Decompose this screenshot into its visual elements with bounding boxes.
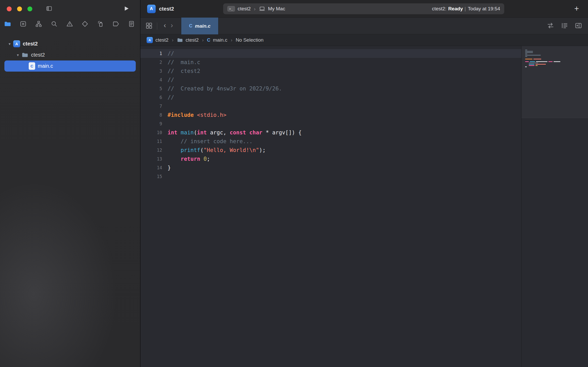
code-line[interactable]: 14} (140, 163, 521, 172)
code-line[interactable]: 8#include <stdio.h> (140, 111, 521, 119)
xcode-window: ▾ A ctest2 ▾ ctest2 C main.c A ctest2 (0, 0, 588, 367)
project-file-tree: ▾ A ctest2 ▾ ctest2 C main.c (0, 31, 140, 72)
code-text: // (168, 50, 174, 57)
tab-label: main.c (195, 23, 210, 29)
add-editor-button[interactable] (575, 22, 582, 30)
line-number: 2 (140, 60, 162, 65)
code-review-icon (547, 22, 554, 30)
folder-icon (4, 20, 11, 28)
tree-row-file-selected[interactable]: C main.c (4, 60, 136, 72)
editor-options-button[interactable] (561, 22, 568, 30)
status-time: Today at 19:54 (468, 6, 500, 12)
x-square-icon (19, 20, 27, 28)
debug-navigator-tab[interactable] (97, 20, 104, 28)
code-line[interactable]: 7 (140, 102, 521, 111)
disclosure-chevron-icon[interactable]: ▾ (6, 42, 13, 46)
code-line[interactable]: 9 (140, 119, 521, 128)
code-line[interactable]: 5// Created by 4nsw3r on 2022/9/26. (140, 84, 521, 93)
jumpbar-file-label: main.c (213, 37, 227, 43)
status-state: Ready (448, 6, 463, 12)
scheme-selector[interactable]: >_ ctest2 (227, 6, 251, 12)
run-button[interactable] (123, 5, 130, 13)
tree-item-label: ctest2 (23, 41, 38, 47)
status-project: ctest2: (432, 6, 446, 12)
sidebar-toggle-icon (45, 5, 53, 13)
find-navigator-tab[interactable] (50, 20, 58, 28)
scheme-name: ctest2 (238, 6, 251, 12)
activity-view[interactable]: ctest2: Ready | Today at 19:54 (432, 6, 500, 12)
symbol-navigator-tab[interactable] (35, 20, 42, 28)
code-line[interactable]: 2// main.c (140, 58, 521, 67)
hierarchy-icon (35, 20, 42, 28)
code-line[interactable]: 6// (140, 93, 521, 102)
report-document-icon (128, 20, 135, 28)
warning-triangle-icon (66, 20, 73, 28)
jumpbar-file[interactable]: C main.c (207, 37, 227, 43)
issue-navigator-tab[interactable] (66, 20, 73, 28)
line-number: 6 (140, 95, 162, 100)
minimize-button[interactable] (17, 6, 22, 11)
zoom-button[interactable] (27, 6, 32, 11)
code-line[interactable]: 1// (140, 49, 521, 58)
tree-item-label: ctest2 (31, 52, 45, 58)
code-line[interactable]: 10int main(int argc, const char * argv[]… (140, 128, 521, 137)
jumpbar-selection[interactable]: No Selection (236, 37, 263, 43)
search-icon (50, 20, 58, 28)
code-text: // (168, 77, 174, 83)
code-text: int main(int argc, const char * argv[]) … (168, 129, 301, 136)
test-navigator-tab[interactable] (81, 20, 89, 28)
code-review-button[interactable] (547, 22, 554, 30)
code-lines[interactable]: 1//2// main.c3// ctest24//5// Created by… (140, 46, 521, 181)
line-number: 13 (140, 156, 162, 162)
project-navigator-tab[interactable] (4, 20, 11, 28)
line-number: 14 (140, 165, 162, 170)
editor-controls (547, 22, 582, 30)
folder-icon (177, 37, 183, 43)
tab-main-c[interactable]: C main.c (181, 18, 218, 34)
report-navigator-tab[interactable] (128, 20, 135, 28)
toggle-sidebar-button[interactable] (45, 5, 53, 13)
add-editor-icon (575, 22, 582, 30)
jump-bar: A ctest2 › ctest2 › C main.c › No Select… (140, 34, 588, 46)
sidebar-titlebar (0, 0, 140, 18)
tab-overview-button[interactable] (145, 22, 153, 30)
line-number: 1 (140, 51, 162, 56)
code-text: #include <stdio.h> (168, 112, 227, 118)
destination-selector[interactable]: My Mac (259, 6, 285, 12)
code-line[interactable]: 3// ctest2 (140, 67, 521, 75)
close-button[interactable] (7, 6, 12, 11)
code-text: // (168, 94, 174, 101)
line-number: 11 (140, 139, 162, 144)
jumpbar-project[interactable]: A ctest2 (140, 37, 169, 43)
tree-row-project[interactable]: ▾ A ctest2 (4, 38, 136, 49)
back-button[interactable]: ‹ (164, 22, 166, 30)
jumpbar-group[interactable]: ctest2 (177, 37, 199, 43)
toolbar-divider (157, 22, 157, 30)
code-text: return 0; (168, 156, 210, 162)
line-number: 3 (140, 68, 162, 74)
disclosure-chevron-icon[interactable]: ▾ (14, 53, 21, 57)
source-control-navigator-tab[interactable] (19, 20, 27, 28)
grid-icon (145, 22, 153, 30)
c-file-icon: C (189, 23, 192, 29)
navigator-tab-bar (0, 18, 140, 31)
code-text: printf("Hello, World!\n"); (168, 147, 266, 153)
spray-icon (97, 20, 104, 28)
diamond-icon (81, 20, 89, 28)
library-button[interactable]: + (571, 3, 582, 14)
activity-status-pill: >_ ctest2 › My Mac ctest2: Ready | Today… (223, 3, 504, 14)
code-line[interactable]: 13 return 0; (140, 155, 521, 163)
forward-button[interactable]: › (171, 22, 173, 30)
breakpoint-tag-icon (112, 20, 120, 28)
breakpoint-navigator-tab[interactable] (112, 20, 120, 28)
code-line[interactable]: 12 printf("Hello, World!\n"); (140, 146, 521, 155)
code-line[interactable]: 4// (140, 75, 521, 84)
tree-row-group[interactable]: ▾ ctest2 (4, 49, 136, 60)
code-line[interactable]: 11 // insert code here... (140, 137, 521, 146)
tree-item-label: main.c (38, 63, 53, 69)
source-editor[interactable]: 1//2// main.c3// ctest24//5// Created by… (140, 46, 588, 367)
minimap[interactable] (521, 46, 588, 367)
code-text: // main.c (168, 59, 200, 65)
code-line[interactable]: 15 (140, 172, 521, 181)
chevron-separator-icon: › (231, 37, 232, 43)
